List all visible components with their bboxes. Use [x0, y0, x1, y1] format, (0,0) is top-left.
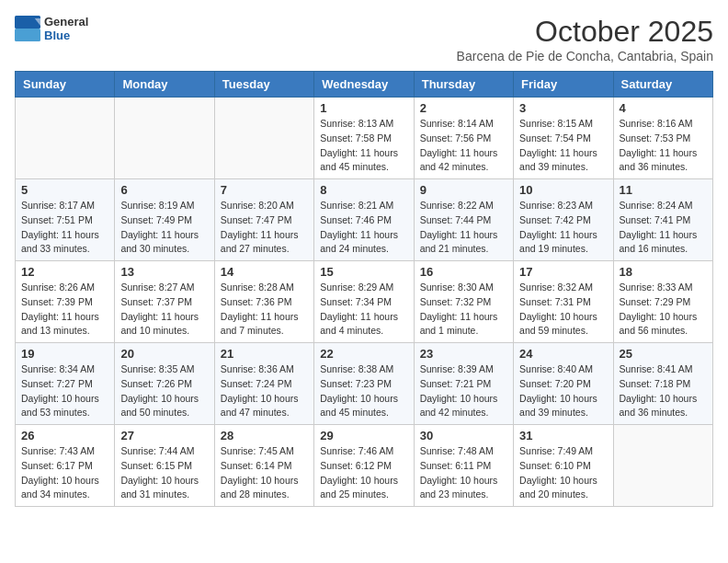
day-info: Sunrise: 8:34 AMSunset: 7:27 PMDaylight:…	[21, 362, 108, 420]
sunset: Sunset: 7:24 PM	[221, 377, 308, 392]
calendar-cell: 30Sunrise: 7:48 AMSunset: 6:11 PMDayligh…	[414, 425, 513, 507]
sunset: Sunset: 7:53 PM	[620, 132, 707, 146]
sunrise: Sunrise: 8:33 AM	[620, 281, 707, 295]
calendar-cell: 4Sunrise: 8:16 AMSunset: 7:53 PMDaylight…	[613, 98, 712, 179]
day-info: Sunrise: 8:24 AMSunset: 7:41 PMDaylight:…	[620, 199, 707, 257]
calendar-table: SundayMondayTuesdayWednesdayThursdayFrid…	[15, 71, 713, 507]
sunset: Sunset: 7:37 PM	[120, 295, 208, 310]
day-number: 10	[519, 183, 607, 197]
daylight: Daylight: 10 hours and 53 minutes.	[21, 392, 108, 421]
daylight: Daylight: 10 hours and 31 minutes.	[120, 474, 208, 503]
sunrise: Sunrise: 7:45 AM	[221, 444, 308, 459]
calendar-cell	[613, 425, 712, 507]
sunset: Sunset: 7:20 PM	[519, 377, 607, 392]
day-info: Sunrise: 8:23 AMSunset: 7:42 PMDaylight:…	[519, 199, 607, 257]
sunrise: Sunrise: 8:20 AM	[221, 199, 308, 213]
daylight: Daylight: 10 hours and 56 minutes.	[620, 310, 707, 339]
sunrise: Sunrise: 7:44 AM	[120, 444, 208, 459]
day-info: Sunrise: 8:13 AMSunset: 7:58 PMDaylight:…	[320, 117, 407, 175]
day-info: Sunrise: 8:15 AMSunset: 7:54 PMDaylight:…	[519, 117, 607, 175]
daylight: Daylight: 11 hours and 33 minutes.	[21, 228, 108, 258]
day-number: 13	[120, 265, 208, 279]
sunset: Sunset: 7:27 PM	[21, 377, 108, 392]
week-row-4: 19Sunrise: 8:34 AMSunset: 7:27 PMDayligh…	[16, 343, 713, 425]
day-info: Sunrise: 8:38 AMSunset: 7:23 PMDaylight:…	[320, 362, 407, 420]
day-info: Sunrise: 7:43 AMSunset: 6:17 PMDaylight:…	[21, 444, 108, 502]
day-number: 24	[519, 347, 607, 361]
day-info: Sunrise: 8:33 AMSunset: 7:29 PMDaylight:…	[620, 281, 707, 339]
day-info: Sunrise: 8:32 AMSunset: 7:31 PMDaylight:…	[519, 281, 607, 339]
calendar-cell: 31Sunrise: 7:49 AMSunset: 6:10 PMDayligh…	[514, 425, 613, 507]
daylight: Daylight: 10 hours and 28 minutes.	[221, 474, 308, 503]
sunrise: Sunrise: 8:22 AM	[420, 199, 507, 213]
sunrise: Sunrise: 8:32 AM	[519, 281, 607, 295]
sunset: Sunset: 6:14 PM	[221, 459, 308, 474]
calendar-cell: 9Sunrise: 8:22 AMSunset: 7:44 PMDaylight…	[414, 179, 513, 261]
sunset: Sunset: 6:11 PM	[420, 459, 507, 474]
weekday-header-saturday: Saturday	[613, 72, 712, 98]
calendar-cell: 29Sunrise: 7:46 AMSunset: 6:12 PMDayligh…	[314, 425, 414, 507]
day-number: 16	[420, 265, 507, 279]
calendar-cell: 7Sunrise: 8:20 AMSunset: 7:47 PMDaylight…	[214, 179, 313, 261]
sunset: Sunset: 7:29 PM	[620, 295, 707, 310]
sunrise: Sunrise: 7:48 AM	[420, 444, 507, 459]
day-info: Sunrise: 7:49 AMSunset: 6:10 PMDaylight:…	[519, 444, 607, 502]
daylight: Daylight: 10 hours and 20 minutes.	[519, 474, 607, 503]
sunset: Sunset: 7:36 PM	[221, 295, 308, 310]
weekday-header-tuesday: Tuesday	[214, 72, 313, 98]
sunrise: Sunrise: 8:23 AM	[519, 199, 607, 213]
weekday-header-sunday: Sunday	[16, 72, 115, 98]
sunset: Sunset: 6:10 PM	[519, 459, 607, 474]
sunrise: Sunrise: 8:40 AM	[519, 362, 607, 377]
calendar-cell: 6Sunrise: 8:19 AMSunset: 7:49 PMDaylight…	[115, 179, 214, 261]
sunset: Sunset: 7:41 PM	[620, 213, 707, 228]
day-info: Sunrise: 8:36 AMSunset: 7:24 PMDaylight:…	[221, 362, 308, 420]
sunrise: Sunrise: 8:24 AM	[620, 199, 707, 213]
day-number: 14	[221, 265, 308, 279]
daylight: Daylight: 10 hours and 23 minutes.	[420, 474, 507, 503]
logo-icon	[15, 16, 40, 41]
daylight: Daylight: 11 hours and 7 minutes.	[221, 310, 308, 339]
day-number: 31	[519, 429, 607, 442]
day-info: Sunrise: 8:27 AMSunset: 7:37 PMDaylight:…	[120, 281, 208, 339]
title-area: October 2025 Barcena de Pie de Concha, C…	[457, 15, 713, 63]
sunrise: Sunrise: 8:19 AM	[120, 199, 208, 213]
day-info: Sunrise: 8:22 AMSunset: 7:44 PMDaylight:…	[420, 199, 507, 257]
calendar-cell: 5Sunrise: 8:17 AMSunset: 7:51 PMDaylight…	[16, 179, 115, 261]
month-title: October 2025	[457, 15, 713, 49]
calendar-cell: 12Sunrise: 8:26 AMSunset: 7:39 PMDayligh…	[16, 261, 115, 343]
day-info: Sunrise: 8:17 AMSunset: 7:51 PMDaylight:…	[21, 199, 108, 257]
sunrise: Sunrise: 8:29 AM	[320, 281, 407, 295]
weekday-header-thursday: Thursday	[414, 72, 513, 98]
daylight: Daylight: 11 hours and 36 minutes.	[620, 146, 707, 176]
day-number: 28	[221, 429, 308, 442]
day-number: 23	[420, 347, 507, 361]
day-info: Sunrise: 8:21 AMSunset: 7:46 PMDaylight:…	[320, 199, 407, 257]
weekday-header-row: SundayMondayTuesdayWednesdayThursdayFrid…	[16, 72, 713, 98]
calendar-cell: 22Sunrise: 8:38 AMSunset: 7:23 PMDayligh…	[314, 343, 414, 425]
sunset: Sunset: 7:51 PM	[21, 213, 108, 228]
daylight: Daylight: 11 hours and 19 minutes.	[519, 228, 607, 258]
day-info: Sunrise: 8:41 AMSunset: 7:18 PMDaylight:…	[620, 362, 707, 420]
sunrise: Sunrise: 8:13 AM	[320, 117, 407, 132]
calendar-cell: 28Sunrise: 7:45 AMSunset: 6:14 PMDayligh…	[214, 425, 313, 507]
daylight: Daylight: 10 hours and 47 minutes.	[221, 392, 308, 421]
day-number: 22	[320, 347, 407, 361]
sunset: Sunset: 7:31 PM	[519, 295, 607, 310]
day-number: 18	[620, 265, 707, 279]
day-number: 4	[620, 101, 707, 115]
sunrise: Sunrise: 8:27 AM	[120, 281, 208, 295]
day-number: 2	[420, 101, 507, 115]
sunset: Sunset: 7:39 PM	[21, 295, 108, 310]
calendar-cell: 1Sunrise: 8:13 AMSunset: 7:58 PMDaylight…	[314, 98, 414, 179]
sunset: Sunset: 6:12 PM	[320, 459, 407, 474]
day-number: 8	[320, 183, 407, 197]
daylight: Daylight: 10 hours and 42 minutes.	[420, 392, 507, 421]
day-info: Sunrise: 7:46 AMSunset: 6:12 PMDaylight:…	[320, 444, 407, 502]
day-number: 1	[320, 101, 407, 115]
sunrise: Sunrise: 8:21 AM	[320, 199, 407, 213]
day-number: 30	[420, 429, 507, 442]
sunset: Sunset: 7:44 PM	[420, 213, 507, 228]
daylight: Daylight: 11 hours and 21 minutes.	[420, 228, 507, 258]
day-number: 17	[519, 265, 607, 279]
